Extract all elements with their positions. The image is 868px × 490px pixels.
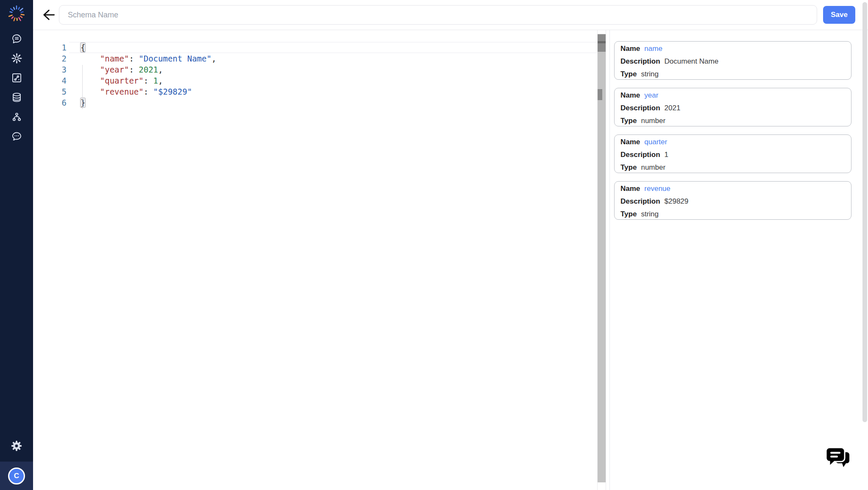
code-line[interactable]: "name": "Document Name", (69, 53, 597, 64)
type-label: Type (620, 70, 637, 78)
user-avatar[interactable]: C (8, 468, 25, 484)
field-card: Name name Description Document Name Type… (614, 41, 851, 80)
arrow-left-icon (40, 7, 55, 22)
description-label: Description (620, 104, 660, 112)
type-value: string (641, 210, 659, 218)
sidebar-item-workflows[interactable] (11, 111, 22, 123)
gear-icon (10, 440, 23, 452)
code-token: "year" (100, 65, 129, 74)
settings-button[interactable] (10, 440, 23, 452)
name-value[interactable]: revenue (644, 185, 670, 193)
type-value: number (641, 117, 665, 125)
page-scrollbar-thumb[interactable] (862, 2, 867, 422)
type-value: number (641, 163, 665, 172)
editor-scrollbar-track[interactable] (598, 34, 606, 482)
field-type-row: Type number (620, 161, 845, 174)
code-token (81, 76, 100, 85)
description-value: Document Name (665, 57, 719, 66)
chat-widget-button[interactable] (826, 447, 853, 471)
code-token: , (158, 76, 163, 85)
editor-scrollbar[interactable] (597, 30, 606, 490)
name-value[interactable]: quarter (644, 138, 667, 146)
message-icon (11, 33, 22, 45)
name-label: Name (620, 138, 640, 146)
field-description-row: Description 1 (620, 148, 845, 161)
code-token: "revenue" (100, 87, 144, 96)
name-label: Name (620, 45, 640, 53)
code-line[interactable]: } (69, 97, 597, 108)
sidebar-item-schemas[interactable] (11, 72, 22, 84)
field-type-row: Type string (620, 208, 845, 221)
indent-guide (82, 65, 83, 109)
sidebar-item-chat[interactable] (11, 131, 22, 142)
description-value: 2021 (665, 104, 681, 112)
field-type-row: Type string (620, 68, 845, 81)
field-name-row: Name revenue (620, 182, 845, 195)
sidebar-item-database[interactable] (11, 92, 22, 103)
field-name-row: Name quarter (620, 136, 845, 148)
sidebar-nav (11, 33, 22, 142)
line-number: 4 (33, 75, 69, 86)
code-line[interactable]: "quarter": 1, (69, 75, 597, 86)
json-editor[interactable]: 123456 { "name": "Document Name", "year"… (33, 30, 609, 490)
save-button[interactable]: Save (823, 6, 855, 24)
line-number: 1 (33, 42, 69, 53)
gutter: 123456 (33, 42, 69, 108)
description-value: 1 (665, 151, 668, 159)
sidebar-footer: C (0, 462, 33, 490)
code-token: : (129, 54, 139, 63)
code-token (81, 54, 100, 63)
line-number: 3 (33, 64, 69, 75)
description-value: $29829 (665, 197, 689, 206)
code-line[interactable]: "year": 2021, (69, 64, 597, 75)
field-name-row: Name year (620, 89, 845, 102)
type-label: Type (620, 163, 637, 172)
sun-burst-icon (11, 53, 22, 64)
name-label: Name (620, 91, 640, 100)
code-token: : (144, 76, 153, 85)
name-value[interactable]: year (644, 91, 658, 100)
code-token: { (81, 43, 85, 52)
name-value[interactable]: name (644, 45, 662, 53)
type-label: Type (620, 117, 637, 125)
chat-dots-icon (11, 131, 22, 142)
field-description-row: Description $29829 (620, 195, 845, 208)
type-label: Type (620, 210, 637, 218)
chat-bubbles-icon (826, 447, 853, 471)
field-card: Name year Description 2021 Type number (614, 88, 851, 126)
hierarchy-icon (11, 111, 22, 123)
line-number: 5 (33, 86, 69, 97)
sidebar-item-messages[interactable] (11, 33, 22, 45)
schema-name-input[interactable] (59, 5, 817, 25)
field-card: Name quarter Description 1 Type number (614, 134, 851, 173)
code-token (81, 65, 100, 74)
code-token: , (158, 65, 163, 74)
field-description-row: Description 2021 (620, 102, 845, 115)
fields-panel: Name name Description Document Name Type… (609, 30, 868, 490)
code-line[interactable]: "revenue": "$29829" (69, 86, 597, 97)
field-name-row: Name name (620, 42, 845, 55)
name-label: Name (620, 185, 640, 193)
code-token: 2021 (139, 65, 158, 74)
code-line[interactable]: { (69, 42, 597, 53)
type-value: string (641, 70, 659, 78)
code-token: "name" (100, 54, 129, 63)
app-logo[interactable] (6, 3, 27, 24)
code-token: , (211, 54, 216, 63)
back-button[interactable] (40, 7, 55, 22)
field-card: Name revenue Description $29829 Type str… (614, 181, 851, 220)
code-lines[interactable]: { "name": "Document Name", "year": 2021,… (69, 42, 597, 490)
editor-scrollbar-marker (598, 89, 602, 100)
code-token: 1 (153, 76, 158, 85)
code-token (81, 87, 100, 96)
sidebar: C (0, 0, 33, 490)
description-label: Description (620, 57, 660, 66)
sidebar-item-processing[interactable] (11, 53, 22, 64)
code-token: } (81, 98, 85, 107)
code-token: : (129, 65, 139, 74)
code-token: "quarter" (100, 76, 144, 85)
description-label: Description (620, 151, 660, 159)
line-number: 2 (33, 53, 69, 64)
field-description-row: Description Document Name (620, 55, 845, 68)
code-token: "$29829" (153, 87, 192, 96)
